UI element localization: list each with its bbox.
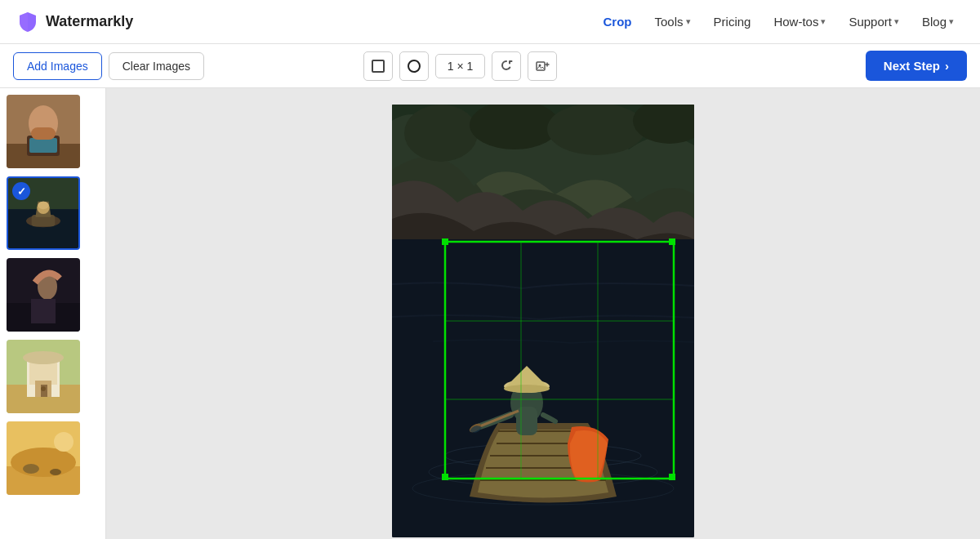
svg-point-28 — [23, 351, 64, 364]
thumbnail-1[interactable] — [7, 95, 80, 168]
svg-rect-0 — [372, 60, 384, 72]
nav-link-howtos[interactable]: How-tos ▾ — [764, 10, 835, 33]
next-step-button[interactable]: Next Step › — [866, 51, 967, 81]
add-watermark-icon — [535, 59, 550, 74]
tools-chevron-icon: ▾ — [686, 16, 691, 27]
logo-text: Watermarkly — [46, 13, 133, 30]
svg-point-39 — [404, 105, 478, 162]
howtos-chevron-icon: ▾ — [821, 16, 826, 27]
thumb-img-3 — [7, 258, 80, 332]
toolbar-right: Next Step › — [866, 51, 967, 81]
thumb-img-1 — [7, 95, 80, 168]
svg-point-33 — [11, 448, 76, 477]
svg-point-36 — [50, 469, 61, 475]
svg-point-1 — [408, 60, 420, 72]
svg-rect-9 — [31, 127, 56, 140]
canvas-area — [106, 88, 980, 539]
svg-rect-55 — [516, 407, 537, 435]
svg-rect-65 — [442, 474, 448, 480]
crop-circle-icon — [407, 59, 421, 74]
toolbar-center: 1 × 1 — [363, 51, 558, 81]
svg-rect-17 — [38, 202, 48, 210]
logo-area: Watermarkly — [16, 11, 133, 33]
thumbnail-2-check: ✓ — [12, 182, 30, 200]
nav-link-blog[interactable]: Blog ▾ — [912, 10, 964, 33]
svg-point-54 — [504, 385, 550, 393]
svg-point-35 — [23, 464, 39, 474]
thumb-img-4 — [7, 340, 80, 413]
nav-link-support[interactable]: Support ▾ — [839, 10, 909, 33]
svg-point-30 — [41, 386, 46, 391]
thumbnail-3[interactable] — [7, 258, 80, 332]
svg-rect-66 — [669, 474, 675, 480]
add-images-button[interactable]: Add Images — [13, 52, 102, 80]
svg-rect-21 — [31, 299, 56, 323]
nav-link-pricing[interactable]: Pricing — [704, 10, 761, 33]
thumbnail-2[interactable]: ✓ — [7, 176, 80, 250]
main-image — [392, 105, 694, 537]
rotate-icon — [499, 59, 514, 74]
crop-rect-icon — [371, 59, 385, 74]
crop-rect-button[interactable] — [363, 51, 393, 81]
thumbnail-4[interactable] — [7, 340, 80, 413]
thumbnail-5[interactable] — [7, 421, 80, 495]
navbar: Watermarkly Crop Tools ▾ Pricing How-tos… — [0, 0, 980, 44]
aspect-ratio-button[interactable]: 1 × 1 — [435, 54, 486, 78]
image-wrapper — [392, 105, 694, 537]
clear-images-button[interactable]: Clear Images — [109, 52, 204, 80]
main-content: ✓ — [0, 88, 980, 539]
svg-rect-8 — [29, 138, 57, 153]
crop-circle-button[interactable] — [399, 51, 429, 81]
support-chevron-icon: ▾ — [894, 16, 899, 27]
thumb-img-5 — [7, 421, 80, 495]
add-watermark-button[interactable] — [528, 51, 557, 81]
nav-link-crop[interactable]: Crop — [594, 10, 642, 33]
nav-link-tools[interactable]: Tools ▾ — [645, 10, 701, 33]
nav-links: Crop Tools ▾ Pricing How-tos ▾ Support ▾… — [594, 10, 964, 33]
svg-point-34 — [54, 432, 74, 452]
sidebar: ✓ — [0, 88, 106, 539]
svg-rect-64 — [669, 238, 675, 245]
svg-point-41 — [547, 105, 645, 155]
toolbar-left: Add Images Clear Images — [13, 52, 204, 80]
next-step-arrow-icon: › — [945, 59, 949, 73]
svg-rect-63 — [442, 238, 448, 245]
logo-icon — [16, 11, 39, 33]
rotate-button[interactable] — [492, 51, 521, 81]
blog-chevron-icon: ▾ — [949, 16, 954, 27]
toolbar: Add Images Clear Images 1 × 1 — [0, 44, 980, 88]
